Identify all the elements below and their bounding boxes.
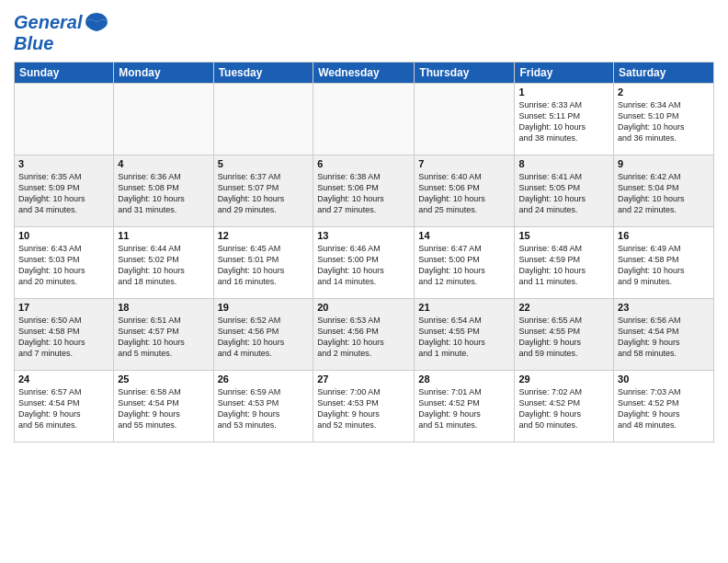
day-number: 12 xyxy=(218,230,310,241)
day-number: 19 xyxy=(218,302,310,313)
calendar-day: 4Sunrise: 6:36 AMSunset: 5:08 PMDaylight… xyxy=(114,155,213,227)
calendar-day: 10Sunrise: 6:43 AMSunset: 5:03 PMDayligh… xyxy=(15,227,114,299)
day-info: Sunrise: 6:38 AMSunset: 5:06 PMDaylight:… xyxy=(317,171,410,216)
calendar-day xyxy=(15,84,114,155)
day-number: 20 xyxy=(317,302,410,313)
day-info: Sunrise: 6:49 AMSunset: 4:58 PMDaylight:… xyxy=(618,243,710,288)
day-info: Sunrise: 6:58 AMSunset: 4:54 PMDaylight:… xyxy=(118,386,209,431)
calendar-week-row: 1Sunrise: 6:33 AMSunset: 5:11 PMDaylight… xyxy=(15,84,714,155)
day-info: Sunrise: 6:36 AMSunset: 5:08 PMDaylight:… xyxy=(118,171,209,216)
day-number: 16 xyxy=(618,230,710,241)
calendar-day: 14Sunrise: 6:47 AMSunset: 5:00 PMDayligh… xyxy=(415,227,515,299)
day-number: 2 xyxy=(618,86,710,98)
calendar-day: 27Sunrise: 7:00 AMSunset: 4:53 PMDayligh… xyxy=(313,371,415,442)
day-info: Sunrise: 6:35 AMSunset: 5:09 PMDaylight:… xyxy=(18,171,109,216)
day-number: 13 xyxy=(317,230,410,241)
day-info: Sunrise: 7:02 AMSunset: 4:52 PMDaylight:… xyxy=(518,386,609,431)
day-number: 14 xyxy=(418,230,510,241)
calendar-week-row: 10Sunrise: 6:43 AMSunset: 5:03 PMDayligh… xyxy=(15,227,714,299)
calendar-day: 11Sunrise: 6:44 AMSunset: 5:02 PMDayligh… xyxy=(114,227,213,299)
day-number: 11 xyxy=(118,230,209,241)
calendar-day: 23Sunrise: 6:56 AMSunset: 4:54 PMDayligh… xyxy=(614,299,714,371)
day-number: 30 xyxy=(618,373,710,385)
day-info: Sunrise: 6:46 AMSunset: 5:00 PMDaylight:… xyxy=(317,243,410,288)
day-number: 22 xyxy=(518,302,609,313)
day-number: 4 xyxy=(118,158,209,169)
calendar-day: 6Sunrise: 6:38 AMSunset: 5:06 PMDaylight… xyxy=(313,155,415,227)
calendar-day: 8Sunrise: 6:41 AMSunset: 5:05 PMDaylight… xyxy=(515,155,614,227)
day-number: 10 xyxy=(18,230,109,241)
day-info: Sunrise: 6:45 AMSunset: 5:01 PMDaylight:… xyxy=(218,243,310,288)
logo-wrapper: General Blue xyxy=(14,9,109,54)
calendar-day: 29Sunrise: 7:02 AMSunset: 4:52 PMDayligh… xyxy=(515,371,614,442)
day-number: 7 xyxy=(418,158,510,169)
calendar-day xyxy=(213,84,313,155)
day-info: Sunrise: 6:47 AMSunset: 5:00 PMDaylight:… xyxy=(418,243,510,288)
day-info: Sunrise: 6:34 AMSunset: 5:10 PMDaylight:… xyxy=(618,99,710,144)
calendar-week-row: 24Sunrise: 6:57 AMSunset: 4:54 PMDayligh… xyxy=(15,371,714,442)
day-info: Sunrise: 6:50 AMSunset: 4:58 PMDaylight:… xyxy=(18,315,109,360)
calendar-day: 2Sunrise: 6:34 AMSunset: 5:10 PMDaylight… xyxy=(614,84,714,155)
day-number: 17 xyxy=(18,302,109,313)
day-number: 28 xyxy=(418,373,510,385)
calendar-day: 25Sunrise: 6:58 AMSunset: 4:54 PMDayligh… xyxy=(114,371,213,442)
day-number: 25 xyxy=(118,373,209,385)
calendar-day: 22Sunrise: 6:55 AMSunset: 4:55 PMDayligh… xyxy=(515,299,614,371)
calendar-day xyxy=(313,84,415,155)
weekday-header: Wednesday xyxy=(313,63,415,84)
day-number: 29 xyxy=(518,373,609,385)
calendar-day: 7Sunrise: 6:40 AMSunset: 5:06 PMDaylight… xyxy=(415,155,515,227)
day-number: 3 xyxy=(18,158,109,169)
logo-bird-icon xyxy=(84,9,109,35)
day-number: 9 xyxy=(618,158,710,169)
weekday-header: Tuesday xyxy=(213,63,313,84)
calendar-day: 30Sunrise: 7:03 AMSunset: 4:52 PMDayligh… xyxy=(614,371,714,442)
day-number: 18 xyxy=(118,302,209,313)
day-number: 15 xyxy=(518,230,609,241)
day-info: Sunrise: 7:03 AMSunset: 4:52 PMDaylight:… xyxy=(618,386,710,431)
day-info: Sunrise: 6:41 AMSunset: 5:05 PMDaylight:… xyxy=(518,171,609,216)
calendar-day: 20Sunrise: 6:53 AMSunset: 4:56 PMDayligh… xyxy=(313,299,415,371)
day-number: 26 xyxy=(218,373,310,385)
day-info: Sunrise: 7:01 AMSunset: 4:52 PMDaylight:… xyxy=(418,386,510,431)
calendar-day: 13Sunrise: 6:46 AMSunset: 5:00 PMDayligh… xyxy=(313,227,415,299)
calendar-day: 15Sunrise: 6:48 AMSunset: 4:59 PMDayligh… xyxy=(515,227,614,299)
day-info: Sunrise: 6:55 AMSunset: 4:55 PMDaylight:… xyxy=(518,315,609,360)
day-number: 1 xyxy=(518,86,609,98)
calendar-week-row: 3Sunrise: 6:35 AMSunset: 5:09 PMDaylight… xyxy=(15,155,714,227)
calendar-day xyxy=(114,84,213,155)
day-info: Sunrise: 6:44 AMSunset: 5:02 PMDaylight:… xyxy=(118,243,209,288)
day-number: 23 xyxy=(618,302,710,313)
weekday-header: Sunday xyxy=(15,63,114,84)
calendar-day: 24Sunrise: 6:57 AMSunset: 4:54 PMDayligh… xyxy=(15,371,114,442)
logo-blue-text: Blue xyxy=(14,33,109,54)
page-container: General Blue SundayMondayTuesdayWednesda… xyxy=(0,0,728,447)
day-info: Sunrise: 6:43 AMSunset: 5:03 PMDaylight:… xyxy=(18,243,109,288)
day-info: Sunrise: 6:53 AMSunset: 4:56 PMDaylight:… xyxy=(317,315,410,360)
calendar-day: 26Sunrise: 6:59 AMSunset: 4:53 PMDayligh… xyxy=(213,371,313,442)
day-info: Sunrise: 6:51 AMSunset: 4:57 PMDaylight:… xyxy=(118,315,209,360)
day-number: 27 xyxy=(317,373,410,385)
calendar-header-row: SundayMondayTuesdayWednesdayThursdayFrid… xyxy=(15,63,714,84)
calendar-day: 17Sunrise: 6:50 AMSunset: 4:58 PMDayligh… xyxy=(15,299,114,371)
calendar-day: 5Sunrise: 6:37 AMSunset: 5:07 PMDaylight… xyxy=(213,155,313,227)
weekday-header: Monday xyxy=(114,63,213,84)
calendar: SundayMondayTuesdayWednesdayThursdayFrid… xyxy=(14,62,714,442)
logo-general: General xyxy=(14,12,82,33)
calendar-day: 12Sunrise: 6:45 AMSunset: 5:01 PMDayligh… xyxy=(213,227,313,299)
day-info: Sunrise: 6:59 AMSunset: 4:53 PMDaylight:… xyxy=(218,386,310,431)
calendar-day: 18Sunrise: 6:51 AMSunset: 4:57 PMDayligh… xyxy=(114,299,213,371)
calendar-week-row: 17Sunrise: 6:50 AMSunset: 4:58 PMDayligh… xyxy=(15,299,714,371)
day-info: Sunrise: 6:54 AMSunset: 4:55 PMDaylight:… xyxy=(418,315,510,360)
calendar-day: 28Sunrise: 7:01 AMSunset: 4:52 PMDayligh… xyxy=(415,371,515,442)
calendar-day: 19Sunrise: 6:52 AMSunset: 4:56 PMDayligh… xyxy=(213,299,313,371)
weekday-header: Thursday xyxy=(415,63,515,84)
day-info: Sunrise: 6:57 AMSunset: 4:54 PMDaylight:… xyxy=(18,386,109,431)
calendar-day xyxy=(415,84,515,155)
calendar-day: 21Sunrise: 6:54 AMSunset: 4:55 PMDayligh… xyxy=(415,299,515,371)
day-info: Sunrise: 6:33 AMSunset: 5:11 PMDaylight:… xyxy=(518,99,609,144)
day-number: 6 xyxy=(317,158,410,169)
day-number: 8 xyxy=(518,158,609,169)
header: General Blue xyxy=(14,9,714,54)
calendar-day: 9Sunrise: 6:42 AMSunset: 5:04 PMDaylight… xyxy=(614,155,714,227)
